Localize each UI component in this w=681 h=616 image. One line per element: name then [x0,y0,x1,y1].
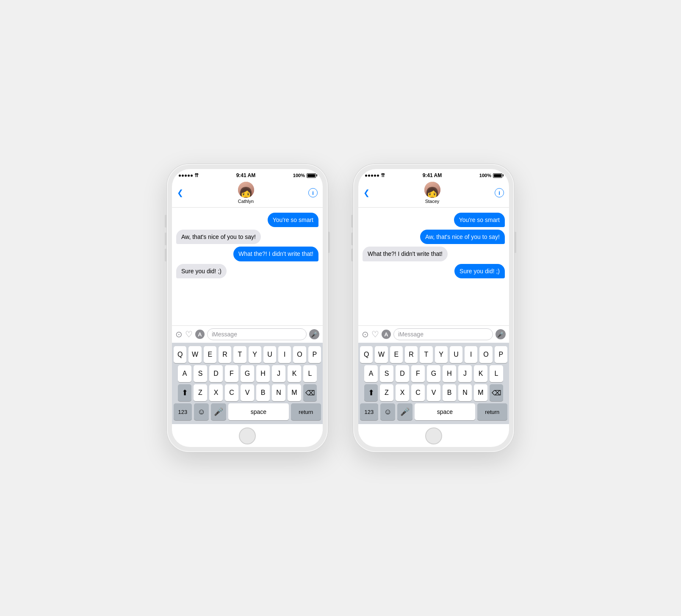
back-button[interactable]: ❮ [177,188,183,197]
space-key[interactable]: space [228,403,289,420]
imessage-input[interactable]: iMessage [207,328,307,340]
key-c[interactable]: C [225,384,238,401]
delete-key[interactable]: ⌫ [303,384,317,401]
key-y[interactable]: Y [249,346,261,363]
key-f[interactable]: F [225,365,238,382]
key-h[interactable]: H [256,365,270,382]
shift-key[interactable]: ⬆ [364,384,378,401]
key-o[interactable]: O [479,346,492,363]
emoji-key[interactable]: ☺ [380,403,396,420]
camera-icon[interactable]: ⊙ [175,329,183,339]
key-v[interactable]: V [241,384,254,401]
home-button[interactable] [239,427,256,444]
key-p[interactable]: P [308,346,321,363]
apps-icon[interactable]: A [382,330,391,339]
back-button[interactable]: ❮ [363,188,370,197]
key-u[interactable]: U [450,346,462,363]
key-j[interactable]: J [272,365,285,382]
key-f[interactable]: F [411,365,425,382]
key-row-3: ⬆ Z X C V B N M ⌫ [360,384,507,401]
signal-dot [371,175,373,177]
key-t[interactable]: T [233,346,246,363]
key-w[interactable]: W [188,346,201,363]
key-j[interactable]: J [458,365,472,382]
bubble-received: Aw, that's nice of you to say! [176,230,261,244]
mic-key[interactable]: 🎤 [211,403,226,420]
mic-key[interactable]: 🎤 [397,403,412,420]
shift-key[interactable]: ⬆ [178,384,191,401]
number-key[interactable]: 123 [360,403,378,420]
key-n[interactable]: N [272,384,285,401]
key-z[interactable]: Z [194,384,207,401]
key-l[interactable]: L [303,365,317,382]
key-z[interactable]: Z [380,384,393,401]
key-s[interactable]: S [194,365,207,382]
return-key[interactable]: return [477,403,507,420]
key-h[interactable]: H [443,365,456,382]
space-key[interactable]: space [415,403,475,420]
key-m[interactable]: M [288,384,301,401]
key-q[interactable]: Q [174,346,186,363]
key-n[interactable]: N [458,384,472,401]
imessage-input[interactable]: iMessage [393,328,493,340]
key-a[interactable]: A [364,365,378,382]
apps-icon[interactable]: A [195,330,205,339]
key-d[interactable]: D [396,365,409,382]
key-r[interactable]: R [405,346,418,363]
heart-icon[interactable]: ♡ [371,329,379,339]
emoji-key[interactable]: ☺ [194,403,209,420]
nav-center[interactable]: 👩 Stacey [424,182,440,204]
key-l[interactable]: L [490,365,503,382]
phone-stacey-inner: ⇈ 9:41 AM 100% ❮ 👩 [358,169,509,447]
heart-icon[interactable]: ♡ [185,329,193,339]
delete-key[interactable]: ⌫ [490,384,503,401]
key-g[interactable]: G [427,365,440,382]
key-t[interactable]: T [420,346,432,363]
key-i[interactable]: I [465,346,477,363]
key-q[interactable]: Q [360,346,373,363]
key-a[interactable]: A [178,365,191,382]
number-key[interactable]: 123 [174,403,192,420]
messages-area-stacey: You're so smart Aw, that's nice of you t… [358,208,509,325]
key-k[interactable]: K [288,365,301,382]
key-d[interactable]: D [209,365,223,382]
key-m[interactable]: M [474,384,487,401]
mic-icon[interactable]: 🎤 [309,329,319,339]
signal-dot [188,175,190,177]
message-row: What the?! I didn't write that! [363,247,505,261]
key-e[interactable]: E [390,346,403,363]
key-x[interactable]: X [396,384,409,401]
key-b[interactable]: B [256,384,270,401]
mic-icon[interactable]: 🎤 [496,329,506,339]
nav-center[interactable]: 👩 Cathlyn [238,182,254,204]
key-y[interactable]: Y [435,346,448,363]
info-button[interactable]: i [308,188,318,197]
avatar-face: 👩 [238,188,253,198]
signal-dot [179,175,181,177]
key-s[interactable]: S [380,365,393,382]
key-i[interactable]: I [278,346,291,363]
key-b[interactable]: B [443,384,456,401]
key-x[interactable]: X [209,384,223,401]
phone-wrapper: ⇈ 9:41 AM 100% ❮ 👩 [167,164,514,452]
key-g[interactable]: G [241,365,254,382]
key-v[interactable]: V [427,384,440,401]
home-button[interactable] [425,427,442,444]
key-e[interactable]: E [204,346,216,363]
keyboard-cathlyn: Q W E R T Y U I O P A S D F G H [172,343,323,424]
key-u[interactable]: U [263,346,276,363]
info-button[interactable]: i [495,188,504,197]
key-o[interactable]: O [293,346,306,363]
camera-icon[interactable]: ⊙ [362,329,369,339]
key-r[interactable]: R [219,346,231,363]
bubble-received: What the?! I didn't write that! [363,247,448,261]
key-p[interactable]: P [495,346,507,363]
key-c[interactable]: C [411,384,425,401]
return-key[interactable]: return [291,403,321,420]
key-w[interactable]: W [375,346,388,363]
key-k[interactable]: K [474,365,487,382]
input-bar-cathlyn: ⊙ ♡ A iMessage 🎤 [172,325,323,343]
signal-dot [377,175,379,177]
keyboard-stacey: Q W E R T Y U I O P A S D F G H [358,343,509,424]
signal-dot [374,175,376,177]
